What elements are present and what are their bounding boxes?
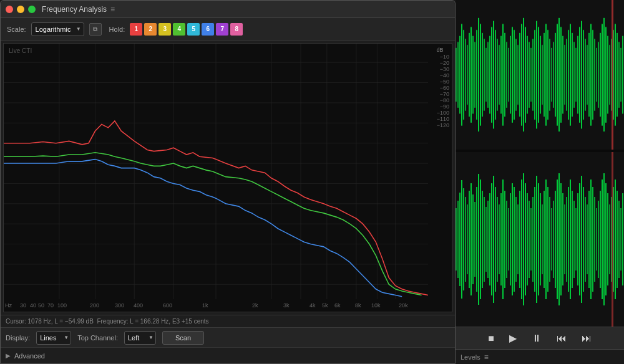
display-select[interactable]: Lines Bars Points xyxy=(36,331,71,345)
hold-btn-2[interactable]: 2 xyxy=(144,23,157,36)
svg-rect-105 xyxy=(607,36,608,114)
svg-rect-118 xyxy=(459,193,461,286)
svg-rect-127 xyxy=(476,187,477,292)
panel-title-text: Frequency Analysis xyxy=(42,5,107,14)
svg-rect-117 xyxy=(457,201,459,278)
hold-btn-1[interactable]: 1 xyxy=(130,23,142,36)
scale-select[interactable]: Logarithmic Linear xyxy=(31,22,84,36)
status-bar: Cursor: 1078 Hz, L = −54.99 dB Frequency… xyxy=(1,315,455,327)
freq-600: 600 xyxy=(163,302,172,309)
svg-rect-142 xyxy=(504,191,505,288)
svg-rect-45 xyxy=(495,30,496,120)
freq-8k: 8k xyxy=(355,302,361,309)
svg-rect-203 xyxy=(618,201,620,278)
blue-curve xyxy=(4,160,402,297)
svg-rect-189 xyxy=(592,187,593,292)
scale-label: Scale: xyxy=(7,26,26,33)
svg-rect-99 xyxy=(596,48,597,102)
hold-btn-3[interactable]: 3 xyxy=(158,23,171,36)
panel-menu-icon[interactable]: ≡ xyxy=(110,5,115,14)
svg-rect-120 xyxy=(463,188,464,290)
scale-select-wrapper: Logarithmic Linear xyxy=(31,22,84,36)
svg-rect-198 xyxy=(609,204,610,274)
toolbar: Scale: Logarithmic Linear ⧉ Hold: 1 2 3 … xyxy=(1,18,455,41)
svg-rect-61 xyxy=(525,27,526,123)
freq-5k: 5k xyxy=(322,302,328,309)
freq-6k: 6k xyxy=(334,302,341,309)
hold-btn-5[interactable]: 5 xyxy=(187,23,200,36)
svg-rect-131 xyxy=(484,197,485,282)
svg-rect-172 xyxy=(560,183,562,295)
svg-rect-97 xyxy=(592,30,593,120)
svg-rect-104 xyxy=(605,27,607,123)
stop-button[interactable]: ■ xyxy=(485,330,497,347)
svg-rect-51 xyxy=(506,42,507,108)
svg-rect-129 xyxy=(480,180,481,299)
svg-rect-159 xyxy=(536,176,537,303)
copy-icon[interactable]: ⧉ xyxy=(89,23,102,36)
play-button[interactable]: ▶ xyxy=(507,330,519,347)
db-tick-30: −30 xyxy=(428,67,452,72)
svg-rect-44 xyxy=(493,21,494,129)
svg-rect-151 xyxy=(521,180,522,299)
svg-rect-38 xyxy=(482,33,483,117)
svg-rect-168 xyxy=(553,201,554,278)
svg-rect-106 xyxy=(609,45,610,105)
freq-10k: 10k xyxy=(371,302,381,309)
svg-rect-138 xyxy=(497,197,498,282)
hold-btn-7[interactable]: 7 xyxy=(216,23,228,36)
svg-rect-188 xyxy=(590,180,592,299)
svg-rect-134 xyxy=(489,193,490,285)
scan-button[interactable]: Scan xyxy=(162,331,204,345)
svg-rect-150 xyxy=(519,191,520,288)
svg-rect-143 xyxy=(506,201,507,278)
svg-rect-154 xyxy=(527,193,528,285)
maximize-button[interactable] xyxy=(28,6,36,13)
svg-rect-43 xyxy=(491,27,492,123)
levels-menu-icon[interactable]: ≡ xyxy=(484,353,489,362)
freq-70: 70 xyxy=(47,302,54,309)
svg-rect-123 xyxy=(469,191,470,288)
skip-back-button[interactable]: ⏮ xyxy=(554,330,569,347)
close-button[interactable] xyxy=(6,6,13,13)
svg-rect-95 xyxy=(588,33,590,117)
svg-rect-177 xyxy=(570,180,571,299)
svg-rect-193 xyxy=(600,191,601,288)
svg-rect-116 xyxy=(456,208,457,271)
svg-rect-171 xyxy=(558,173,560,305)
svg-rect-166 xyxy=(549,197,550,282)
svg-rect-89 xyxy=(577,36,578,114)
minimize-button[interactable] xyxy=(17,6,24,13)
svg-rect-195 xyxy=(603,173,605,305)
svg-rect-59 xyxy=(521,24,522,125)
skip-forward-button[interactable]: ⏭ xyxy=(579,330,594,347)
hold-btn-8[interactable]: 8 xyxy=(230,23,243,36)
svg-rect-71 xyxy=(544,33,545,117)
svg-rect-169 xyxy=(555,191,556,288)
svg-rect-178 xyxy=(572,191,573,288)
advanced-bar[interactable]: ▶ Advanced xyxy=(1,347,455,363)
svg-rect-174 xyxy=(564,204,565,274)
svg-rect-66 xyxy=(534,30,535,120)
cursor-status: Cursor: 1078 Hz, L = −54.99 dB xyxy=(6,318,94,325)
svg-rect-147 xyxy=(514,187,515,292)
svg-rect-92 xyxy=(583,30,584,120)
svg-rect-196 xyxy=(605,183,607,295)
channel-select[interactable]: Left Right Both xyxy=(124,331,156,345)
svg-rect-68 xyxy=(538,27,539,123)
svg-rect-160 xyxy=(538,183,539,295)
svg-rect-80 xyxy=(560,27,562,123)
hold-btn-4[interactable]: 4 xyxy=(173,23,185,36)
svg-rect-148 xyxy=(515,197,517,282)
pause-button[interactable]: ⏸ xyxy=(529,330,544,347)
display-label: Display: xyxy=(6,334,30,342)
svg-rect-156 xyxy=(530,208,532,271)
svg-rect-58 xyxy=(519,33,520,117)
hold-label: Hold: xyxy=(109,26,125,33)
svg-rect-197 xyxy=(607,193,608,285)
hold-btn-6[interactable]: 6 xyxy=(202,23,214,36)
db-tick-80: −80 xyxy=(428,98,452,103)
svg-rect-63 xyxy=(529,42,530,108)
svg-rect-31 xyxy=(469,33,470,117)
freq-hz: Hz xyxy=(5,302,12,309)
